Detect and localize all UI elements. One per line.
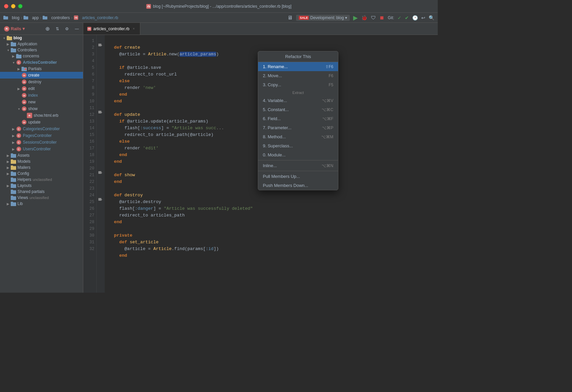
- context-menu-field[interactable]: 6. Field... ⌥⌘F: [258, 114, 338, 123]
- breadcrumb-bar: blog › app › controllers › rb articles_c…: [0, 13, 438, 23]
- sidebar-item-pages-controller[interactable]: ▶ C PagesController: [0, 132, 83, 139]
- context-menu-pull-members[interactable]: Pull Members Up...: [258, 172, 338, 181]
- method-icon-edit: m: [21, 86, 27, 91]
- folder-icon-shared-partials: [11, 190, 16, 194]
- debug-button[interactable]: 🐞: [361, 15, 368, 21]
- context-menu-module[interactable]: 0. Module...: [258, 150, 338, 159]
- sidebar-item-application[interactable]: ▶ Application: [0, 41, 83, 47]
- arrow-models: ▶: [5, 160, 11, 163]
- helpers-suffix: unclassified: [33, 178, 52, 182]
- sidebar-item-shared-partials[interactable]: Shared partials: [0, 189, 83, 195]
- breadcrumb-controllers: controllers: [43, 15, 70, 20]
- arrow-partials: ▶: [16, 67, 21, 71]
- git-revert-icon[interactable]: ↩: [421, 15, 425, 20]
- svg-text:C: C: [18, 148, 20, 151]
- sidebar-item-update[interactable]: m update: [0, 119, 83, 126]
- context-menu-parameter[interactable]: 7. Parameter... ⌥⌘P: [258, 123, 338, 132]
- sidebar-item-controllers[interactable]: ▾ Controllers: [0, 47, 83, 53]
- context-menu-method[interactable]: 8. Method... ⌥⌘M: [258, 132, 338, 141]
- tree-root-blog[interactable]: ▾ blog: [0, 35, 83, 41]
- svg-point-18: [25, 68, 27, 70]
- sidebar-item-destroy[interactable]: m destroy: [0, 79, 83, 85]
- sidebar-item-articles-controller[interactable]: ▾ C ArticlesController: [0, 59, 83, 66]
- sidebar-item-new[interactable]: m new: [0, 99, 83, 105]
- folder-icon-layouts: [11, 184, 16, 188]
- context-menu-move[interactable]: 2. Move... F6: [258, 71, 338, 80]
- svg-marker-66: [101, 198, 102, 200]
- arrow-application: ▶: [5, 42, 11, 46]
- sidebar-item-layouts[interactable]: ▶ Layouts: [0, 183, 83, 189]
- sidebar-item-helpers[interactable]: Helpers unclassified: [0, 177, 83, 183]
- coverage-button[interactable]: 🛡: [371, 15, 376, 20]
- sidebar-item-lib[interactable]: ▶ Lib: [0, 201, 83, 207]
- git-check-icon[interactable]: ✔: [405, 15, 409, 20]
- sidebar-item-views[interactable]: Views unclassified: [0, 195, 83, 201]
- tab-articles-controller[interactable]: rb articles_controller.rb ×: [83, 23, 140, 35]
- breadcrumb: blog: [3, 15, 19, 20]
- erb-icon: R: [27, 113, 32, 118]
- run-button[interactable]: ▶: [353, 14, 358, 21]
- sidebar-item-show-erb[interactable]: R show.html.erb: [0, 112, 83, 119]
- svg-text:C: C: [18, 128, 20, 131]
- svg-rect-43: [11, 160, 16, 164]
- sidebar: ▾ blog ▶ Application ▾ Controllers: [0, 35, 83, 293]
- arrow-articles-controller: ▾: [11, 61, 16, 64]
- sidebar-item-edit[interactable]: ▶ m edit: [0, 85, 83, 92]
- zoom-button[interactable]: [18, 4, 22, 8]
- sidebar-item-concerns[interactable]: ▶ concerns: [0, 53, 83, 59]
- svg-rect-12: [16, 55, 21, 58]
- sidebar-item-mailers[interactable]: ▶ Mailers: [0, 164, 83, 170]
- context-menu: Refactor This 1. Rename... ⇧F6 2. Move..…: [258, 51, 338, 190]
- sidebar-item-models[interactable]: ▶ Models: [0, 158, 83, 164]
- git-update-icon[interactable]: ✓: [397, 15, 401, 20]
- close-button[interactable]: [4, 4, 8, 8]
- sidebar-item-show[interactable]: ▾ m show: [0, 105, 83, 112]
- svg-rect-51: [11, 184, 16, 188]
- svg-text:m: m: [23, 101, 25, 103]
- svg-text:C: C: [18, 61, 20, 64]
- context-menu-extract-section: Extract: [258, 89, 338, 96]
- tab-bar: rb articles_controller.rb ×: [83, 23, 438, 35]
- settings-button[interactable]: ⚙: [63, 26, 71, 32]
- minimize-panel-button[interactable]: —: [73, 26, 81, 32]
- sidebar-item-create[interactable]: m create: [0, 72, 83, 79]
- code-line: @article = Article.find(params[:id]): [109, 246, 434, 252]
- context-menu-variable[interactable]: 4. Variable... ⌥⌘V: [258, 96, 338, 105]
- search-icon[interactable]: 🔍: [429, 15, 434, 20]
- sidebar-item-categories-controller[interactable]: ▶ C CategoriesController: [0, 126, 83, 132]
- run-config-selector[interactable]: SALE Development: blog ▾: [296, 15, 350, 21]
- sidebar-item-users-controller[interactable]: ▶ C UsersController: [0, 146, 83, 152]
- svg-rect-57: [11, 202, 16, 206]
- svg-rect-11: [11, 48, 13, 49]
- git-label: Git:: [388, 15, 394, 20]
- svg-text:m: m: [23, 81, 25, 83]
- sidebar-actions: ⊕ ⇅ ⚙ —: [43, 25, 81, 33]
- sidebar-item-sessions-controller[interactable]: ▶ C SessionsController: [0, 139, 83, 146]
- svg-rect-49: [11, 178, 16, 182]
- git-history-icon[interactable]: 🕐: [412, 15, 418, 20]
- rails-selector[interactable]: R Rails ▾: [2, 26, 27, 32]
- code-line: [109, 38, 434, 44]
- sidebar-item-index[interactable]: m index: [0, 92, 83, 99]
- filter-button[interactable]: ⇅: [54, 26, 61, 32]
- tab-close-button[interactable]: ×: [131, 27, 136, 31]
- context-menu-superclass[interactable]: 9. Superclass...: [258, 141, 338, 150]
- context-menu-inline[interactable]: Inline... ⌥⌘N: [258, 161, 338, 170]
- context-menu-divider-2: [258, 171, 338, 171]
- arrow-show: ▾: [16, 107, 21, 111]
- add-button[interactable]: ⊕: [43, 25, 52, 33]
- context-menu-constant[interactable]: 5. Constant... ⌥⌘C: [258, 105, 338, 114]
- context-menu-push-members[interactable]: Push Members Down...: [258, 181, 338, 190]
- minimize-button[interactable]: [11, 4, 15, 8]
- context-menu-rename[interactable]: 1. Rename... ⇧F6: [258, 62, 338, 71]
- svg-rect-8: [11, 43, 16, 46]
- context-menu-copy[interactable]: 3. Copy... F5: [258, 80, 338, 89]
- stop-button[interactable]: ⏹: [379, 15, 384, 20]
- arrow-controllers: ▾: [5, 48, 11, 52]
- sidebar-item-partials[interactable]: ▶ Partials: [0, 66, 83, 72]
- sidebar-item-assets[interactable]: ▶ Assets: [0, 152, 83, 158]
- svg-rect-47: [11, 172, 16, 176]
- breadcrumb-file: rb articles_controller.rb: [74, 15, 118, 20]
- sidebar-item-config[interactable]: ▶ Config: [0, 170, 83, 177]
- presentation-icon[interactable]: 🖥: [287, 15, 293, 21]
